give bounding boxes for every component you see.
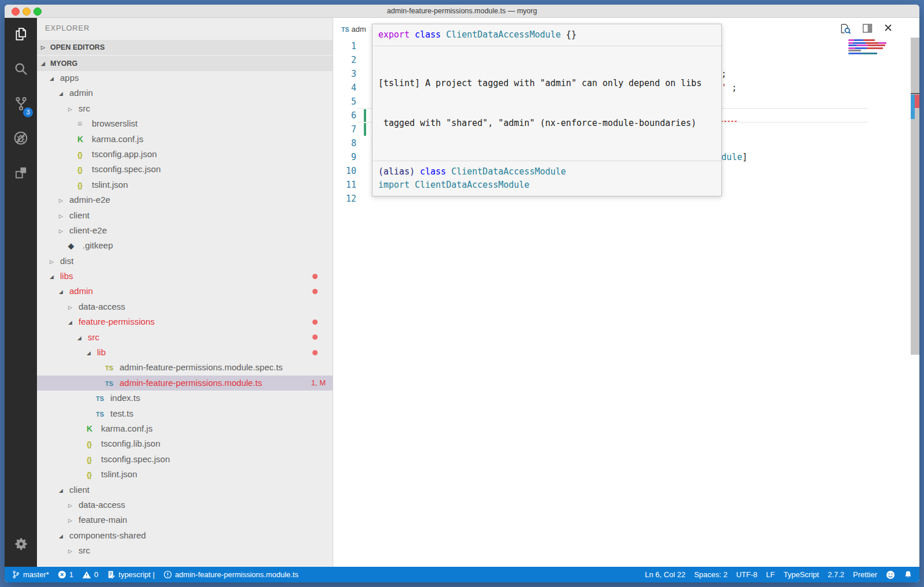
- chevron-collapsed-icon: ▷: [68, 544, 77, 559]
- chevron-expanded-icon: ◢: [50, 269, 59, 284]
- status-bar-right: Ln 6, Col 22Spaces: 2UTF-8LFTypeScript2.…: [645, 570, 912, 579]
- code-text[interactable]: ;: [721, 67, 726, 81]
- sidebar-title: EXPLORER: [45, 24, 90, 32]
- git-file-icon: ◈: [68, 239, 81, 254]
- tree-folder-data-access[interactable]: ▷data-access: [37, 299, 333, 314]
- window-title: admin-feature-permissions.module.ts — my…: [5, 5, 919, 17]
- activity-source-control-button[interactable]: 3: [5, 87, 37, 122]
- settings-button[interactable]: [5, 536, 37, 554]
- tree-file-admin-feature-permissions.module.spec.ts[interactable]: TSadmin-feature-permissions.module.spec.…: [37, 360, 333, 375]
- hover-lint-message: [tslint] A project tagged with "admin" c…: [372, 46, 721, 161]
- error-icon: [58, 570, 66, 579]
- tree-folder-dist[interactable]: ▷dist: [37, 254, 333, 269]
- tree-folder-client[interactable]: ▷client: [37, 208, 333, 223]
- tree-folder-admin[interactable]: ◢admin: [37, 86, 333, 101]
- status-item-label: master*: [23, 570, 49, 579]
- line-number: 7: [333, 122, 356, 136]
- activity-debug-button[interactable]: [5, 122, 37, 157]
- status-item-lf[interactable]: LF: [766, 570, 775, 579]
- line-number: 4: [333, 81, 356, 95]
- tree-file-tslint.json[interactable]: {}tslint.json: [37, 467, 333, 482]
- modified-dot-badge: [312, 274, 318, 279]
- status-item-smiley[interactable]: [886, 570, 895, 579]
- modified-dot-badge: [312, 289, 318, 294]
- status-item-1[interactable]: 1: [58, 570, 73, 579]
- status-item-master[interactable]: master*: [12, 570, 49, 579]
- hover-alias-info: (alias) class ClientDataAccessModuleimpo…: [372, 161, 721, 196]
- tree-folder-feature-main[interactable]: ▷feature-main: [37, 512, 333, 527]
- activity-extensions-button[interactable]: [5, 157, 37, 191]
- chevron-collapsed-icon: ▷: [59, 224, 68, 239]
- status-item-prettier[interactable]: Prettier: [853, 570, 877, 579]
- line-number: 6: [333, 109, 356, 122]
- tree-folder-src[interactable]: ▷src: [37, 101, 333, 116]
- status-item-bell[interactable]: [904, 570, 912, 579]
- tree-folder-libs[interactable]: ◢libs: [37, 269, 333, 284]
- status-item-label: UTF-8: [736, 570, 758, 579]
- modified-dot-badge: [312, 335, 318, 340]
- status-item-typescript[interactable]: typescript |: [107, 570, 155, 579]
- tree-folder-client-e2e[interactable]: ▷client-e2e: [37, 223, 333, 238]
- status-bar-left: master*10typescript |admin-feature-permi…: [12, 570, 299, 579]
- tree-folder-admin-e2e[interactable]: ▷admin-e2e: [37, 192, 333, 207]
- tree-folder-data-access[interactable]: ▷data-access: [37, 497, 333, 512]
- git-branch-icon: [12, 570, 20, 579]
- tree-file-tslint.json[interactable]: {}tslint.json: [37, 177, 333, 192]
- status-item-2-7-2[interactable]: 2.7.2: [828, 570, 844, 579]
- open-changes-button[interactable]: [839, 23, 851, 37]
- tree-item-label: tsconfig.app.json: [92, 149, 157, 159]
- status-item-typescript[interactable]: TypeScript: [784, 570, 819, 579]
- open-editors-section-header[interactable]: ▷OPEN EDITORS: [37, 40, 333, 55]
- line-number: 5: [333, 95, 356, 109]
- chevron-expanded-icon: ◢: [59, 529, 68, 544]
- titlebar[interactable]: admin-feature-permissions.module.ts — my…: [5, 5, 919, 18]
- status-item-0[interactable]: 0: [82, 570, 98, 579]
- tree-folder-feature-permissions[interactable]: ◢feature-permissions: [37, 314, 333, 329]
- status-item-admin-feature-permissions-module-ts[interactable]: admin-feature-permissions.module.ts: [163, 570, 299, 579]
- status-item-ln-6-col-22[interactable]: Ln 6, Col 22: [645, 570, 685, 579]
- activity-search-button[interactable]: [5, 53, 37, 87]
- editor-tab[interactable]: TSadm: [341, 25, 366, 34]
- tree-file-tsconfig.app.json[interactable]: {}tsconfig.app.json: [37, 147, 333, 162]
- tree-file-.gitkeep[interactable]: ◈.gitkeep: [37, 238, 333, 253]
- tree-file-tsconfig.lib.json[interactable]: {}tsconfig.lib.json: [37, 436, 333, 451]
- tree-folder-lib[interactable]: ◢lib: [37, 345, 333, 360]
- vscode-window: admin-feature-permissions.module.ts — my…: [5, 5, 919, 582]
- tree-item-label: data-access: [79, 500, 125, 510]
- status-item-label: typescript |: [118, 570, 155, 579]
- json-file-icon: {}: [87, 467, 100, 482]
- scm-pending-changes-badge: 3: [23, 107, 33, 117]
- close-editor-button[interactable]: [884, 23, 893, 35]
- status-item-spaces-2[interactable]: Spaces: 2: [694, 570, 728, 579]
- line-number: 10: [333, 164, 356, 178]
- tree-folder-client[interactable]: ◢client: [37, 482, 333, 497]
- tree-file-tsconfig.spec.json[interactable]: {}tsconfig.spec.json: [37, 452, 333, 467]
- tree-file-karma.conf.js[interactable]: Kkarma.conf.js: [37, 132, 333, 147]
- status-item-label: Spaces: 2: [694, 570, 728, 579]
- tree-file-karma.conf.js[interactable]: Kkarma.conf.js: [37, 421, 333, 436]
- split-editor-button[interactable]: [862, 23, 873, 36]
- tree-folder-src[interactable]: ◢src: [37, 330, 333, 345]
- tree-file-browserslist[interactable]: ≡browserslist: [37, 116, 333, 131]
- tree-file-tsconfig.spec.json[interactable]: {}tsconfig.spec.json: [37, 162, 333, 177]
- tree-item-label: components-shared: [69, 530, 146, 540]
- explorer-sidebar: EXPLORER ▷OPEN EDITORS ◢MYORG ◢apps◢admi…: [37, 18, 333, 567]
- desktop-background: admin-feature-permissions.module.ts — my…: [0, 0, 924, 587]
- code-text[interactable]: ' ;: [721, 81, 737, 95]
- tree-folder-apps[interactable]: ◢apps: [37, 70, 333, 86]
- tree-folder-components-shared[interactable]: ◢components-shared: [37, 528, 333, 543]
- tree-file-admin-feature-permissions.module.ts[interactable]: TSadmin-feature-permissions.module.ts1, …: [37, 376, 333, 391]
- activity-explorer-button[interactable]: [5, 18, 37, 53]
- status-item-utf-8[interactable]: UTF-8: [736, 570, 758, 579]
- minimap[interactable]: [848, 39, 890, 55]
- json-file-icon: {}: [77, 147, 91, 162]
- tree-item-label: admin: [69, 88, 93, 98]
- hover-alias-line: import ClientDataAccessModule: [378, 179, 716, 192]
- tree-item-label: apps: [60, 73, 79, 83]
- tree-file-index.ts[interactable]: TSindex.ts: [37, 391, 333, 406]
- root-folder-section-header[interactable]: ◢MYORG: [37, 55, 333, 71]
- tree-folder-src[interactable]: ▷src: [37, 543, 333, 558]
- overview-ruler[interactable]: [911, 38, 919, 355]
- tree-folder-admin[interactable]: ◢admin: [37, 284, 333, 299]
- tree-file-test.ts[interactable]: TStest.ts: [37, 406, 333, 421]
